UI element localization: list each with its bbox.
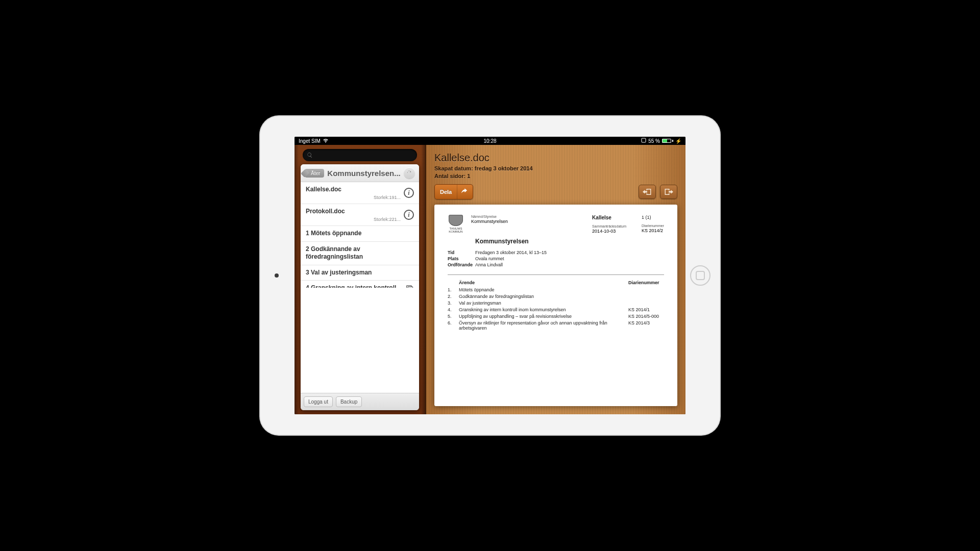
wifi-icon	[323, 138, 329, 144]
table-row: 1.Mötets öppnande	[448, 287, 664, 292]
charging-icon: ⚡	[675, 138, 681, 144]
file-name: Protokoll.doc	[306, 208, 404, 215]
municipality-crest: TANUMS KOMMUN	[448, 215, 464, 233]
table-row: 2.Godkännande av föredragningslistan	[448, 294, 664, 299]
document-created: Skapat datum: fredag 3 oktober 2014	[434, 165, 677, 171]
clock: 10:28	[483, 138, 496, 144]
meta-date: 2014-10-03	[592, 229, 626, 234]
agenda-item[interactable]: 4 Granskning av intern kontroll inom kom…	[301, 281, 419, 287]
sidebar-panel: Åter Kommunstyrelsen... Kallelse.docStor…	[301, 164, 419, 410]
file-item[interactable]: Protokoll.docStorlek:221...i	[301, 204, 419, 226]
col-dnr: Diarienummer	[628, 280, 664, 285]
value-ordforande: Anna Lindvall	[475, 262, 503, 267]
panel-title: Kommunstyrelsen...	[327, 169, 401, 178]
item-list[interactable]: Kallelse.docStorlek:191...iProtokoll.doc…	[301, 182, 419, 288]
file-name: Kallelse.doc	[306, 186, 404, 193]
rotation-lock-icon	[641, 138, 646, 144]
info-icon[interactable]: i	[404, 210, 414, 220]
battery-label: 55 %	[648, 138, 660, 144]
refresh-icon	[406, 170, 412, 176]
meta-dnr: KS 2014/2	[642, 228, 664, 233]
meta-dnr-label: Diarienummer	[642, 224, 664, 228]
document-title: Kallelse.doc	[434, 152, 677, 164]
agenda-text: 2 Godkännande av föredragningslistan	[306, 245, 414, 261]
share-icon	[457, 185, 473, 199]
label-tid: Tid	[448, 250, 475, 255]
back-button[interactable]: Åter	[305, 169, 324, 178]
section-heading: Kommunstyrelsen	[475, 238, 664, 245]
logout-button[interactable]: Logga ut	[304, 396, 333, 407]
col-arende: Ärende	[459, 280, 628, 285]
file-item[interactable]: Kallelse.docStorlek:191...i	[301, 182, 419, 204]
page-number: 1 (1)	[642, 215, 664, 220]
meta-date-label: Sammanträdesdatum	[592, 224, 626, 228]
svg-rect-0	[642, 138, 646, 142]
meta-namnd: Kommunstyrelsen	[471, 219, 508, 224]
ipad-frame: Inget SIM 10:28 55 % ⚡	[260, 116, 720, 435]
label-ordforande: Ordförande	[448, 262, 475, 267]
meta-namnd-label: Nämnd/Styrelse	[471, 215, 508, 218]
export-icon	[664, 188, 673, 196]
screen: Inget SIM 10:28 55 % ⚡	[295, 137, 685, 414]
refresh-button[interactable]	[404, 167, 415, 179]
document-page[interactable]: TANUMS KOMMUN Nämnd/Styrelse Kommunstyre…	[434, 205, 677, 406]
table-row: 5.Uppföljning av upphandling – svar på r…	[448, 314, 664, 319]
agenda-item[interactable]: 1 Mötets öppnande	[301, 226, 419, 242]
agenda-item[interactable]: 2 Godkännande av föredragningslistan	[301, 242, 419, 265]
table-row: 4.Granskning av intern kontroll inom kom…	[448, 307, 664, 312]
export-button[interactable]	[660, 185, 677, 199]
battery-icon	[662, 139, 673, 143]
camera-dot	[275, 273, 279, 278]
home-button[interactable]	[690, 265, 710, 286]
table-row: 3.Val av justeringsman	[448, 300, 664, 306]
agenda-text: 1 Mötets öppnande	[306, 230, 414, 238]
agenda-text: 3 Val av justeringsman	[306, 269, 414, 277]
search-input[interactable]	[303, 149, 417, 161]
agenda-item[interactable]: 3 Val av justeringsman	[301, 265, 419, 281]
info-icon[interactable]: i	[404, 188, 414, 198]
search-icon	[307, 152, 313, 158]
label-plats: Plats	[448, 256, 475, 261]
sidebar: Åter Kommunstyrelsen... Kallelse.docStor…	[295, 145, 426, 414]
status-bar: Inget SIM 10:28 55 % ⚡	[295, 137, 685, 145]
table-row: 6.Översyn av riktlinjer för representati…	[448, 320, 664, 331]
value-tid: Fredagen 3 oktober 2014, kl 13–15	[475, 250, 547, 255]
file-size: Storlek:221...	[306, 217, 401, 222]
import-button[interactable]	[639, 185, 656, 199]
paper-heading: Kallelse	[592, 215, 626, 220]
import-icon	[643, 188, 652, 196]
document-pages: Antal sidor: 1	[434, 173, 677, 179]
document-pane: Kallelse.doc Skapat datum: fredag 3 okto…	[426, 145, 685, 414]
file-size: Storlek:191...	[306, 195, 401, 200]
share-button[interactable]: Dela	[434, 184, 473, 199]
carrier-label: Inget SIM	[299, 138, 321, 144]
backup-button[interactable]: Backup	[336, 396, 362, 407]
value-plats: Ovala rummet	[475, 256, 504, 261]
